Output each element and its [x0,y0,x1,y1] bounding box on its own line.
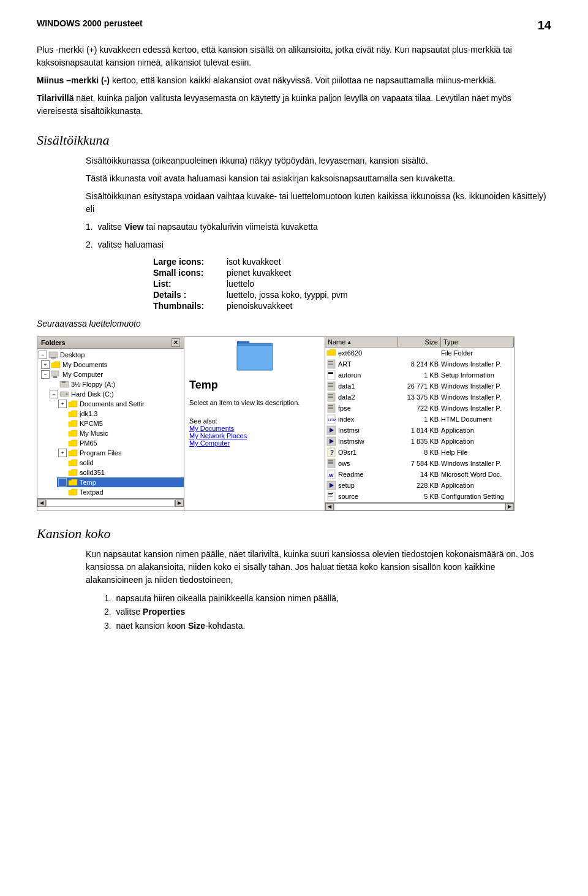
file-row[interactable]: source 5 KB Configuration Setting [325,491,514,502]
see-also-section: See also: My Documents My Network Places… [189,417,320,447]
tree-label-mymusic: My Music [80,430,108,437]
file-name-text: fpse [338,404,351,412]
tree-item-harddisk[interactable]: − Hard Disk (C:) [48,389,184,399]
properties-bold: Properties [143,607,185,617]
file-icon: ? [326,447,336,457]
file-name-text: Instmsiw [338,438,364,445]
opt-small-label: Small icons: [153,267,227,278]
tree-item-docsettings[interactable]: + Documents and Settir [57,399,184,409]
file-row[interactable]: Instmsiw 1 835 KB Application [325,436,514,447]
file-row[interactable]: ? O9sr1 8 KB Help File [325,447,514,458]
tree-label-floppy: 3½ Floppy (A:) [71,381,115,388]
file-name-text: setup [338,482,355,489]
file-icon [326,392,336,402]
col-header-type[interactable]: Type [441,337,514,347]
col-header-size[interactable]: Size [398,337,441,347]
svg-rect-29 [328,407,333,408]
file-type: Setup Information [441,371,513,379]
tree-item-pm65[interactable]: PM65 [57,438,184,448]
file-size: 1 835 KB [398,438,441,445]
tree-item-solid[interactable]: solid [57,458,184,468]
file-name: ows [326,458,398,468]
folders-scrollbar-h[interactable]: ◀ ▶ [37,498,184,507]
folders-close-button[interactable]: ✕ [172,338,180,347]
tree-item-mymusic[interactable]: My Music [57,428,184,438]
file-icon: W [326,469,336,479]
col-header-name[interactable]: Name ▲ [325,337,398,347]
folder-icon-solid351 [68,468,78,477]
tree-item-mycomputer[interactable]: − My Computer [40,370,184,379]
explorer-screenshot: Folders ✕ − Desktop + My Documents [37,336,514,511]
tree-label-kpcm5: KPCM5 [80,420,103,427]
file-row[interactable]: ext6620 File Folder [325,347,514,359]
file-row[interactable]: ART 8 214 KB Windows Installer P. [325,359,514,370]
file-icon [326,480,336,490]
file-name: ext6620 [326,348,398,358]
col-size-label: Size [425,338,438,346]
expander-temp[interactable] [58,478,67,487]
file-row[interactable]: ows 7 584 KB Windows Installer P. [325,458,514,469]
folder-icon-solid [68,458,78,467]
svg-rect-20 [328,383,333,384]
svg-rect-4 [53,378,58,378]
expander-harddisk[interactable]: − [50,390,58,398]
files-scroll-right[interactable]: ▶ [505,503,514,511]
file-row[interactable]: setup 228 KB Application [325,480,514,491]
file-size: 14 KB [398,471,441,478]
file-row[interactable]: autorun 1 KB Setup Information [325,370,514,381]
list-num-1: 1. [104,593,116,603]
file-type: Help File [441,449,513,456]
files-scrollbar-h[interactable]: ◀ ▶ [325,502,514,511]
tree-label-textpad: Textpad [80,488,104,496]
scroll-right-btn[interactable]: ▶ [175,499,184,507]
tree-item-jdk[interactable]: jdk1.3 [57,409,184,419]
see-also-mycomputer[interactable]: My Computer [189,439,320,447]
svg-text:HTML: HTML [328,418,336,422]
file-size: 1 KB [398,371,441,379]
s2-list-item-1: 1. napsauta hiiren oikealla painikkeella… [104,591,551,605]
file-row[interactable]: data1 26 771 KB Windows Installer P. [325,381,514,392]
tree-item-floppy[interactable]: 3½ Floppy (A:) [48,379,184,389]
svg-rect-11 [237,346,273,370]
svg-rect-1 [51,357,56,359]
svg-rect-42 [328,463,333,464]
see-also-mydocs[interactable]: My Documents [189,425,320,432]
tree-item-programfiles[interactable]: + Program Files [57,448,184,458]
opt-thumb-value: pienoiskuvakkeet [227,300,352,311]
file-type: Windows Installer P. [441,460,513,467]
tree-label-docsettings: Documents and Settir [80,400,145,408]
file-row[interactable]: HTML index 1 KB HTML Document [325,414,514,425]
expander-mycomputer[interactable]: − [41,370,50,379]
floppy-icon [59,380,69,389]
svg-text:W: W [329,473,334,478]
expander-programfiles[interactable]: + [58,449,67,457]
file-row[interactable]: data2 13 375 KB Windows Installer P. [325,392,514,403]
col-type-label: Type [443,338,458,346]
file-name: Instmsi [326,425,398,435]
folder-icon-docsettings [68,400,78,408]
tree-item-textpad[interactable]: Textpad [57,487,184,497]
view-option-row: Large icons: isot kuvakkeet [153,256,352,267]
expander-docsettings[interactable]: + [58,400,67,408]
scroll-left-btn[interactable]: ◀ [37,499,46,507]
expander-mydocs[interactable]: + [41,360,50,369]
tree-item-mydocs[interactable]: + My Documents [40,360,184,370]
view-options-table: Large icons: isot kuvakkeet Small icons:… [153,256,352,311]
tree-label-temp: Temp [80,479,96,486]
opt-thumb-label: Thumbnails: [153,300,227,311]
file-row[interactable]: W Readme 14 KB Microsoft Word Doc. [325,469,514,480]
opt-details-label: Details : [153,289,227,300]
file-icon [326,458,336,468]
tree-item-kpcm5[interactable]: KPCM5 [57,419,184,428]
expander-desktop[interactable]: − [39,351,47,359]
tree-item-temp[interactable]: Temp [57,477,184,487]
file-type: File Folder [441,349,513,357]
file-row[interactable]: Instmsi 1 814 KB Application [325,425,514,436]
tree-item-solid351[interactable]: solid351 [57,468,184,477]
files-scroll-left[interactable]: ◀ [325,503,334,511]
see-also-mynetwork[interactable]: My Network Places [189,432,320,439]
opt-list-value: luettelo [227,278,352,289]
tilariv-bold: Tilarivillä [37,93,74,103]
file-row[interactable]: fpse 722 KB Windows Installer P. [325,403,514,414]
tree-item-desktop[interactable]: − Desktop [37,350,184,360]
